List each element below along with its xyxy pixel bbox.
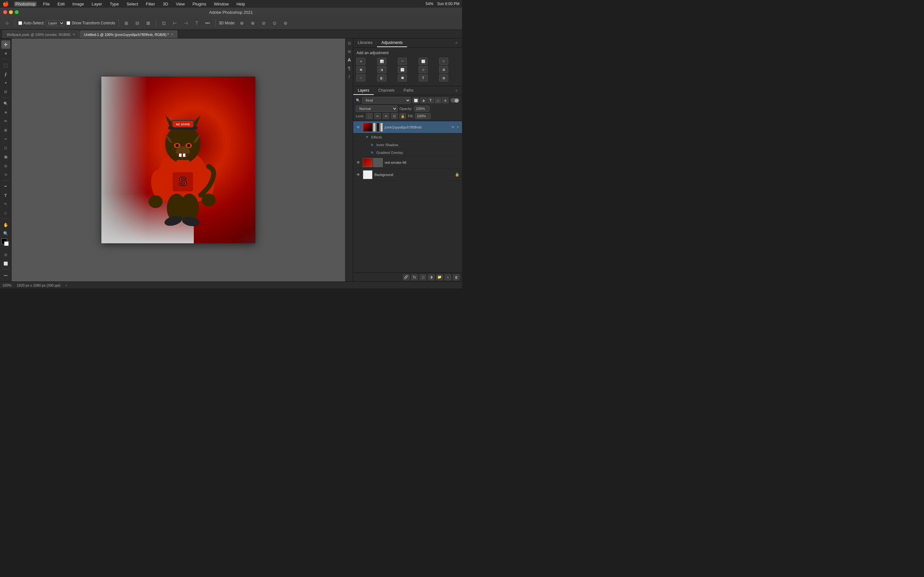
quick-select-tool[interactable]: ✦ bbox=[1, 79, 10, 87]
effects-toggle-icon[interactable]: ▼ bbox=[365, 135, 369, 139]
align-top-btn[interactable]: ⊡ bbox=[160, 19, 168, 27]
menu-layer[interactable]: Layer bbox=[90, 2, 103, 6]
move-tool-options[interactable]: ⊹ bbox=[3, 19, 11, 27]
show-transform-checkbox[interactable]: Show Transform Controls bbox=[66, 21, 115, 25]
menu-filter[interactable]: Filter bbox=[145, 2, 157, 6]
adj-channel-mixer[interactable]: ▦ bbox=[439, 66, 448, 73]
menu-file[interactable]: File bbox=[42, 2, 51, 6]
filter-type-icon[interactable]: T bbox=[427, 97, 434, 103]
lock-transparent-btn[interactable]: ⬚ bbox=[366, 113, 373, 119]
more-options-btn[interactable]: ••• bbox=[203, 19, 212, 27]
marquee-tool[interactable]: ⬚ bbox=[1, 61, 10, 69]
tab-untitled-close[interactable]: ✕ bbox=[171, 33, 173, 36]
new-group-btn[interactable]: 📁 bbox=[436, 274, 443, 280]
menu-window[interactable]: Window bbox=[213, 2, 230, 6]
adj-bw[interactable]: ⬜ bbox=[398, 66, 407, 73]
hand-tool[interactable]: ✋ bbox=[1, 221, 10, 229]
close-button[interactable] bbox=[3, 10, 7, 14]
adj-exposure[interactable]: ⬜ bbox=[419, 58, 428, 65]
shape-tool[interactable]: □ bbox=[1, 209, 10, 218]
menu-image[interactable]: Image bbox=[71, 2, 86, 6]
path-selection-tool[interactable]: ↖ bbox=[1, 200, 10, 208]
layer-visibility-main[interactable]: 👁 bbox=[356, 125, 361, 130]
new-layer-btn[interactable]: + bbox=[445, 274, 451, 280]
brush-tool[interactable]: ✏ bbox=[1, 117, 10, 126]
screen-mode-btn[interactable]: ⬜ bbox=[1, 259, 10, 268]
adj-vibrance[interactable]: ▽ bbox=[439, 58, 448, 65]
stamp-tool[interactable]: ⊞ bbox=[1, 126, 10, 134]
filter-smartobj-icon[interactable]: ⊕ bbox=[442, 97, 449, 103]
healing-tool[interactable]: ⊕ bbox=[1, 108, 10, 117]
layer-fx-badge[interactable]: fx bbox=[452, 125, 454, 129]
apple-menu[interactable]: 🍎 bbox=[3, 1, 9, 7]
lock-position-btn[interactable]: ✛ bbox=[383, 113, 389, 119]
add-mask-btn[interactable]: ◻ bbox=[420, 274, 426, 280]
menu-edit[interactable]: Edit bbox=[56, 2, 66, 6]
layer-item-background[interactable]: 👁 Background 🔒 bbox=[353, 169, 462, 181]
auto-select-input[interactable] bbox=[18, 21, 22, 25]
align-bottom-btn[interactable]: ⊣ bbox=[181, 19, 190, 27]
layers-filter-dropdown[interactable]: Kind bbox=[362, 97, 411, 103]
panel-toggle-btn[interactable]: ⊟ bbox=[347, 40, 352, 46]
layer-gradient-overlay[interactable]: fx Gradient Overlay bbox=[353, 149, 462, 156]
filter-adj-icon[interactable]: ◑ bbox=[420, 97, 426, 103]
adj-curves[interactable]: 〜 bbox=[398, 58, 407, 65]
eraser-tool[interactable]: ◻ bbox=[1, 144, 10, 152]
opacity-input[interactable] bbox=[414, 106, 430, 111]
crop-tool[interactable]: ⊡ bbox=[1, 88, 10, 96]
zoom-tool[interactable]: 🔍 bbox=[1, 229, 10, 238]
delete-layer-btn[interactable]: 🗑 bbox=[453, 274, 459, 280]
layer-item-smoke[interactable]: 👁 red-smoke-96 bbox=[353, 156, 462, 169]
adj-threshold[interactable]: T bbox=[419, 74, 428, 81]
blur-tool[interactable]: ◎ bbox=[1, 161, 10, 170]
background-color[interactable] bbox=[4, 242, 9, 246]
filter-pixel-icon[interactable]: ⬜ bbox=[413, 97, 419, 103]
align-center-v-btn[interactable]: ⊢ bbox=[170, 19, 179, 27]
new-adjustment-btn[interactable]: ◑ bbox=[428, 274, 435, 280]
tool-options-btn[interactable]: ⊞ bbox=[347, 49, 352, 55]
foreground-background-colors[interactable] bbox=[1, 239, 10, 247]
menu-select[interactable]: Select bbox=[125, 2, 139, 6]
tab-wolfpack[interactable]: Wolfpack.psdc @ 100% (smoke, RGB/8) ✕ bbox=[3, 31, 79, 38]
glyph-panel-btn[interactable]: ƒ bbox=[347, 74, 352, 79]
tab-untitled[interactable]: Untitled-1 @ 100% (jcmn1syys6pch785fhnb,… bbox=[80, 31, 178, 38]
minimize-button[interactable] bbox=[9, 10, 13, 14]
add-style-btn[interactable]: fx bbox=[411, 274, 418, 280]
filter-shape-icon[interactable]: ◻ bbox=[435, 97, 441, 103]
auto-select-dropdown[interactable]: Layer Group bbox=[45, 20, 65, 26]
adj-invert[interactable]: ◧ bbox=[377, 74, 386, 81]
para-panel-btn[interactable]: ¶ bbox=[347, 65, 352, 71]
tab-layers[interactable]: Layers bbox=[353, 86, 374, 95]
filter-toggle-btn[interactable] bbox=[451, 98, 459, 103]
lock-all-btn[interactable]: 🔒 bbox=[399, 113, 406, 119]
tab-paths[interactable]: Paths bbox=[399, 86, 418, 95]
gradient-tool[interactable]: ▦ bbox=[1, 153, 10, 161]
tab-channels[interactable]: Channels bbox=[374, 86, 399, 95]
lock-artboard-btn[interactable]: ⊡ bbox=[391, 113, 397, 119]
auto-select-checkbox[interactable]: Auto-Select: Layer Group bbox=[18, 20, 65, 26]
menu-help[interactable]: Help bbox=[235, 2, 246, 6]
adj-photo-filter[interactable]: ⊙ bbox=[419, 66, 428, 73]
panel-menu-btn[interactable]: ≡ bbox=[454, 40, 459, 46]
3d-btn-5[interactable]: ⊚ bbox=[281, 19, 290, 27]
layer-effects-header[interactable]: ▼ Effects bbox=[353, 133, 462, 141]
quick-mask-btn[interactable]: ◎ bbox=[1, 251, 10, 259]
3d-btn-1[interactable]: ⊕ bbox=[237, 19, 246, 27]
navigate-arrow[interactable]: › bbox=[66, 284, 67, 287]
adj-brightness[interactable]: ☀ bbox=[357, 58, 365, 65]
extra-tools-btn[interactable]: ••• bbox=[1, 271, 10, 279]
menu-3d[interactable]: 3D bbox=[162, 2, 170, 6]
layers-panel-menu-btn[interactable]: ≡ bbox=[454, 88, 459, 93]
lock-image-btn[interactable]: ✏ bbox=[375, 113, 381, 119]
menu-plugins[interactable]: Plugins bbox=[191, 2, 208, 6]
layer-expand-icon[interactable]: ▼ bbox=[456, 125, 459, 129]
adj-color-lookup[interactable]: □ bbox=[357, 74, 365, 81]
align-right-btn[interactable]: ⊠ bbox=[144, 19, 153, 27]
text-tool[interactable]: T bbox=[1, 191, 10, 199]
lasso-tool[interactable]: ∮ bbox=[1, 70, 10, 78]
tab-adjustments[interactable]: Adjustments bbox=[377, 39, 407, 47]
tab-libraries[interactable]: Libraries bbox=[353, 39, 377, 47]
tab-wolfpack-close[interactable]: ✕ bbox=[73, 33, 75, 36]
show-transform-input[interactable] bbox=[66, 21, 70, 25]
3d-btn-4[interactable]: ⊙ bbox=[270, 19, 279, 27]
